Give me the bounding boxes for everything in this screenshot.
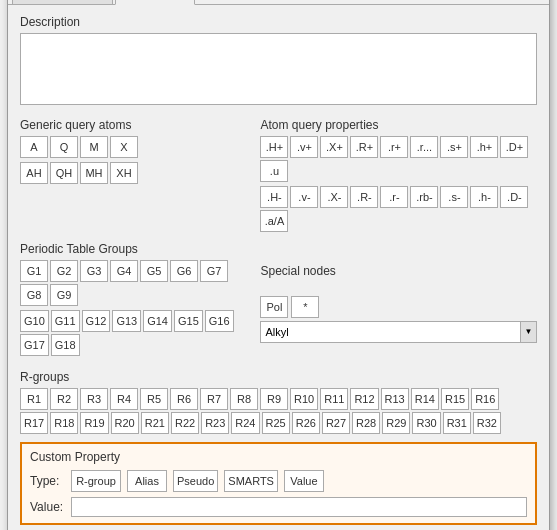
btn-R12[interactable]: R12 xyxy=(350,388,378,410)
tab-periodic-table[interactable]: Periodic Table xyxy=(12,0,113,4)
btn-G12[interactable]: G12 xyxy=(82,310,111,332)
btn-R1[interactable]: R1 xyxy=(20,388,48,410)
btn-pseudo[interactable]: Pseudo xyxy=(173,470,218,492)
btn-D-[interactable]: .D- xyxy=(500,186,528,208)
r-groups-section: R-groups R1 R2 R3 R4 R5 R6 R7 R8 R9 R10 … xyxy=(20,370,537,434)
btn-R27[interactable]: R27 xyxy=(322,412,350,434)
btn-R32[interactable]: R32 xyxy=(473,412,501,434)
btn-R5[interactable]: R5 xyxy=(140,388,168,410)
groups-special-section: Periodic Table Groups G1 G2 G3 G4 G5 G6 … xyxy=(20,242,537,364)
btn-R18[interactable]: R18 xyxy=(50,412,78,434)
generic-query-atoms-section: Generic query atoms A Q M X AH QH MH XH xyxy=(20,118,250,236)
btn-G7[interactable]: G7 xyxy=(200,260,228,282)
btn-u[interactable]: .u xyxy=(260,160,288,182)
btn-r-group[interactable]: R-group xyxy=(71,470,121,492)
btn-R13[interactable]: R13 xyxy=(381,388,409,410)
btn-rb-[interactable]: .rb- xyxy=(410,186,438,208)
btn-XH[interactable]: XH xyxy=(110,162,138,184)
btn-s-[interactable]: .s- xyxy=(440,186,468,208)
btn-G8[interactable]: G8 xyxy=(20,284,48,306)
btn-G6[interactable]: G6 xyxy=(170,260,198,282)
btn-G10[interactable]: G10 xyxy=(20,310,49,332)
btn-R17[interactable]: R17 xyxy=(20,412,48,434)
btn-G5[interactable]: G5 xyxy=(140,260,168,282)
btn-R20[interactable]: R20 xyxy=(111,412,139,434)
btn-R19[interactable]: R19 xyxy=(80,412,108,434)
btn-G2[interactable]: G2 xyxy=(50,260,78,282)
btn-G13[interactable]: G13 xyxy=(112,310,141,332)
periodic-groups-section: Periodic Table Groups G1 G2 G3 G4 G5 G6 … xyxy=(20,242,250,360)
btn-X-[interactable]: .X- xyxy=(320,186,348,208)
btn-v-[interactable]: .v- xyxy=(290,186,318,208)
btn-G9[interactable]: G9 xyxy=(50,284,78,306)
btn-R11[interactable]: R11 xyxy=(320,388,348,410)
dropdown-arrow-icon: ▼ xyxy=(520,322,536,342)
btn-R7[interactable]: R7 xyxy=(200,388,228,410)
btn-R8[interactable]: R8 xyxy=(230,388,258,410)
btn-G3[interactable]: G3 xyxy=(80,260,108,282)
btn-R6[interactable]: R6 xyxy=(170,388,198,410)
btn-H-[interactable]: .H- xyxy=(260,186,288,208)
btn-Pol[interactable]: Pol xyxy=(260,296,288,318)
type-label: Type: xyxy=(30,474,65,488)
btn-R28[interactable]: R28 xyxy=(352,412,380,434)
custom-property-section: Custom Property Type: R-group Alias Pseu… xyxy=(20,442,537,525)
btn-v+[interactable]: .v+ xyxy=(290,136,318,158)
btn-h-[interactable]: .h- xyxy=(470,186,498,208)
btn-D+[interactable]: .D+ xyxy=(500,136,528,158)
btn-R14[interactable]: R14 xyxy=(411,388,439,410)
btn-R2[interactable]: R2 xyxy=(50,388,78,410)
btn-star[interactable]: * xyxy=(291,296,319,318)
btn-R4[interactable]: R4 xyxy=(110,388,138,410)
value-input[interactable] xyxy=(71,497,527,517)
btn-G15[interactable]: G15 xyxy=(174,310,203,332)
btn-r+[interactable]: .r+ xyxy=(380,136,408,158)
btn-QH[interactable]: QH xyxy=(50,162,78,184)
btn-G1[interactable]: G1 xyxy=(20,260,48,282)
btn-X+[interactable]: .X+ xyxy=(320,136,348,158)
btn-R21[interactable]: R21 xyxy=(141,412,169,434)
btn-R3[interactable]: R3 xyxy=(80,388,108,410)
btn-G17[interactable]: G17 xyxy=(20,334,49,356)
btn-Q[interactable]: Q xyxy=(50,136,78,158)
btn-R15[interactable]: R15 xyxy=(441,388,469,410)
btn-R31[interactable]: R31 xyxy=(443,412,471,434)
btn-MH[interactable]: MH xyxy=(80,162,108,184)
main-window: Periodic Table of Chemical Elements ─ □ … xyxy=(7,0,550,530)
btn-alias[interactable]: Alias xyxy=(127,470,167,492)
btn-R16[interactable]: R16 xyxy=(471,388,499,410)
btn-G14[interactable]: G14 xyxy=(143,310,172,332)
btn-G11[interactable]: G11 xyxy=(51,310,80,332)
btn-R25[interactable]: R25 xyxy=(262,412,290,434)
btn-value[interactable]: Value xyxy=(284,470,324,492)
atom-query-label: Atom query properties xyxy=(260,118,537,132)
btn-R22[interactable]: R22 xyxy=(171,412,199,434)
btn-R29[interactable]: R29 xyxy=(382,412,410,434)
btn-r-[interactable]: .r- xyxy=(380,186,408,208)
btn-AH[interactable]: AH xyxy=(20,162,48,184)
btn-G16[interactable]: G16 xyxy=(205,310,234,332)
btn-H+[interactable]: .H+ xyxy=(260,136,288,158)
btn-s+[interactable]: .s+ xyxy=(440,136,468,158)
btn-R30[interactable]: R30 xyxy=(412,412,440,434)
btn-G4[interactable]: G4 xyxy=(110,260,138,282)
btn-G18[interactable]: G18 xyxy=(51,334,80,356)
btn-R23[interactable]: R23 xyxy=(201,412,229,434)
btn-r...[interactable]: .r... xyxy=(410,136,438,158)
btn-A[interactable]: A xyxy=(20,136,48,158)
btn-R26[interactable]: R26 xyxy=(292,412,320,434)
btn-R24[interactable]: R24 xyxy=(231,412,259,434)
btn-R9[interactable]: R9 xyxy=(260,388,288,410)
alkyl-dropdown[interactable]: Alkyl ▼ xyxy=(260,321,537,343)
btn-R10[interactable]: R10 xyxy=(290,388,318,410)
btn-M[interactable]: M xyxy=(80,136,108,158)
btn-X[interactable]: X xyxy=(110,136,138,158)
btn-R+[interactable]: .R+ xyxy=(350,136,378,158)
btn-h+[interactable]: .h+ xyxy=(470,136,498,158)
generic-query-atoms-label: Generic query atoms xyxy=(20,118,250,132)
btn-smarts[interactable]: SMARTS xyxy=(224,470,278,492)
btn-aA[interactable]: .a/A xyxy=(260,210,288,232)
tab-advanced[interactable]: Advanced xyxy=(115,0,194,5)
btn-R-[interactable]: .R- xyxy=(350,186,378,208)
description-input[interactable] xyxy=(20,33,537,105)
